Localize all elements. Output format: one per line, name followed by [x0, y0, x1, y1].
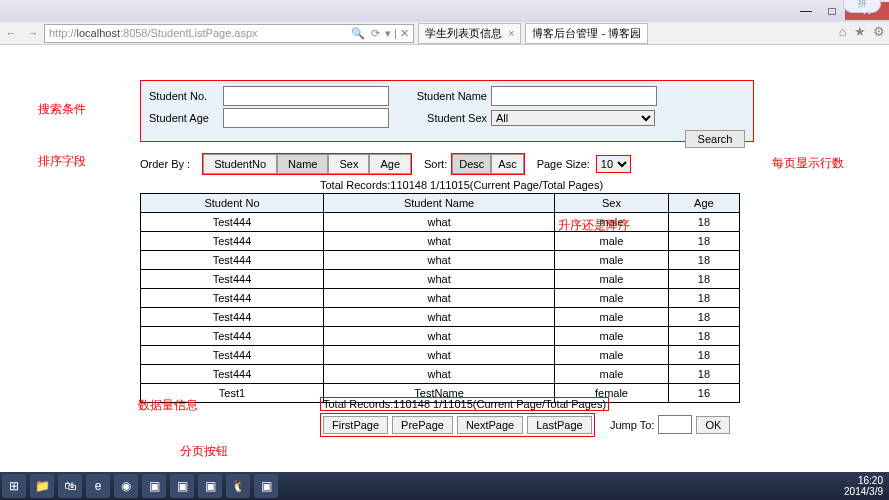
table-row[interactable]: Test444whatmale18: [141, 365, 740, 384]
order-by-buttons: StudentNo Name Sex Age: [202, 153, 412, 175]
grid-cell: what: [324, 327, 555, 346]
nav-forward[interactable]: →: [22, 27, 44, 39]
tab-blog-admin[interactable]: 博客后台管理 - 博客园: [525, 23, 648, 44]
table-row[interactable]: Test444whatmale18: [141, 213, 740, 232]
tab-student-list[interactable]: 学生列表页信息×: [418, 23, 521, 44]
taskbar-qq[interactable]: 🐧: [226, 474, 250, 498]
grid-cell: Test444: [141, 232, 324, 251]
address-bar: ← → http://localhost:8058/StudentListPag…: [0, 22, 889, 45]
sort-buttons: Desc Asc: [451, 153, 524, 175]
annotation-sort: 升序还是降序: [558, 217, 630, 234]
grid-cell: male: [555, 251, 669, 270]
clock-time: 16:20: [844, 475, 883, 486]
order-sex[interactable]: Sex: [328, 154, 369, 174]
annotation-search: 搜索条件: [38, 101, 86, 118]
jump-label: Jump To:: [610, 419, 654, 431]
sort-asc[interactable]: Asc: [491, 154, 523, 174]
table-row[interactable]: Test444whatmale18: [141, 346, 740, 365]
search-button[interactable]: Search: [685, 130, 745, 148]
next-page-button[interactable]: NextPage: [457, 416, 523, 434]
refresh-icon[interactable]: ⟳: [371, 27, 380, 40]
tab-label: 学生列表页信息: [425, 26, 502, 41]
search-icon[interactable]: 🔍: [351, 27, 365, 40]
annotation-pagesize: 每页显示行数: [772, 155, 844, 172]
order-by-label: Order By :: [140, 158, 190, 170]
taskbar-chrome[interactable]: ◉: [114, 474, 138, 498]
nav-back[interactable]: ←: [0, 27, 22, 39]
annotation-pager: 分页按钮: [180, 443, 228, 460]
grid-cell: Test444: [141, 346, 324, 365]
grid-cell: what: [324, 346, 555, 365]
grid-cell: 18: [668, 346, 739, 365]
taskbar: ⊞ 📁 🛍 e ◉ ▣ ▣ ▣ 🐧 ▣ 16:20 2014/3/9: [0, 472, 889, 500]
grid-cell: what: [324, 232, 555, 251]
grid-cell: Test444: [141, 213, 324, 232]
grid-header: Student No: [141, 194, 324, 213]
annotation-records: 数据量信息: [138, 397, 198, 414]
order-name[interactable]: Name: [277, 154, 328, 174]
grid-cell: male: [555, 308, 669, 327]
table-row[interactable]: Test444whatmale18: [141, 251, 740, 270]
window-maximize[interactable]: □: [819, 2, 845, 20]
table-row[interactable]: Test444whatmale18: [141, 289, 740, 308]
jump-ok-button[interactable]: OK: [696, 416, 730, 434]
window-minimize[interactable]: —: [793, 2, 819, 20]
taskbar-app3[interactable]: ▣: [198, 474, 222, 498]
grid-cell: what: [324, 270, 555, 289]
student-no-input[interactable]: [223, 86, 389, 106]
url-path: :8058/StudentListPage.aspx: [120, 27, 258, 39]
table-row[interactable]: Test444whatmale18: [141, 308, 740, 327]
grid-cell: 18: [668, 289, 739, 308]
student-name-label: Student Name: [395, 85, 489, 107]
student-age-label: Student Age: [147, 107, 221, 129]
grid-cell: male: [555, 270, 669, 289]
grid-cell: male: [555, 365, 669, 384]
url-scheme: http://: [49, 27, 77, 39]
grid-cell: 16: [668, 384, 739, 403]
table-row[interactable]: Test444whatmale18: [141, 232, 740, 251]
home-icon[interactable]: ⌂: [839, 24, 847, 39]
pre-page-button[interactable]: PrePage: [392, 416, 453, 434]
window-titlebar: — □ ✕: [0, 0, 889, 22]
grid-cell: 18: [668, 270, 739, 289]
favorites-icon[interactable]: ★: [854, 24, 866, 39]
student-sex-label: Student Sex: [395, 107, 489, 129]
grid-cell: what: [324, 251, 555, 270]
start-button[interactable]: ⊞: [2, 474, 26, 498]
student-no-label: Student No.: [147, 85, 221, 107]
order-age[interactable]: Age: [369, 154, 411, 174]
grid-cell: 18: [668, 213, 739, 232]
jump-to: Jump To: OK: [610, 415, 730, 434]
last-page-button[interactable]: LastPage: [527, 416, 591, 434]
grid-header: Student Name: [324, 194, 555, 213]
taskbar-ie[interactable]: e: [86, 474, 110, 498]
jump-input[interactable]: [658, 415, 692, 434]
page-size-select[interactable]: 10: [596, 155, 631, 173]
first-page-button[interactable]: FirstPage: [323, 416, 388, 434]
taskbar-app2[interactable]: ▣: [170, 474, 194, 498]
gear-icon[interactable]: ⚙: [873, 24, 885, 39]
student-age-input[interactable]: [223, 108, 389, 128]
taskbar-store[interactable]: 🛍: [58, 474, 82, 498]
ime-indicator[interactable]: 拼: [843, 0, 881, 13]
url-input[interactable]: http://localhost:8058/StudentListPage.as…: [44, 24, 414, 43]
sort-label: Sort:: [424, 158, 447, 170]
order-studentno[interactable]: StudentNo: [203, 154, 277, 174]
grid-cell: Test444: [141, 270, 324, 289]
taskbar-app4[interactable]: ▣: [254, 474, 278, 498]
taskbar-explorer[interactable]: 📁: [30, 474, 54, 498]
grid-cell: 18: [668, 308, 739, 327]
grid-cell: what: [324, 213, 555, 232]
grid-cell: what: [324, 308, 555, 327]
grid-cell: what: [324, 289, 555, 308]
student-name-input[interactable]: [491, 86, 657, 106]
student-sex-select[interactable]: All: [491, 110, 655, 126]
system-clock[interactable]: 16:20 2014/3/9: [844, 475, 889, 497]
close-icon[interactable]: ×: [508, 27, 514, 39]
taskbar-app1[interactable]: ▣: [142, 474, 166, 498]
table-row[interactable]: Test444whatmale18: [141, 270, 740, 289]
table-row[interactable]: Test444whatmale18: [141, 327, 740, 346]
clock-date: 2014/3/9: [844, 486, 883, 497]
grid-cell: male: [555, 289, 669, 308]
sort-desc[interactable]: Desc: [452, 154, 491, 174]
